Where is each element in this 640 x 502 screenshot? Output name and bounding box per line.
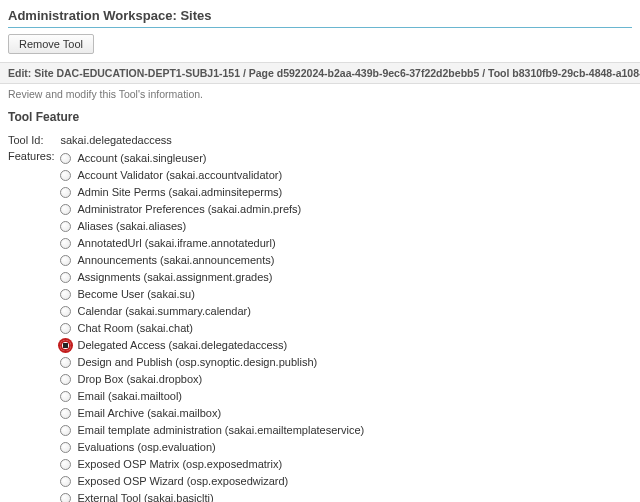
feature-radio[interactable] <box>60 476 71 487</box>
tool-id-value: sakai.delegatedaccess <box>60 132 370 148</box>
feature-row: AnnotatedUrl (sakai.iframe.annotatedurl) <box>60 235 364 251</box>
feature-radio[interactable] <box>60 170 71 181</box>
feature-radio[interactable] <box>60 357 71 368</box>
feature-row: Admin Site Perms (sakai.adminsiteperms) <box>60 184 364 200</box>
feature-row: Calendar (sakai.summary.calendar) <box>60 303 364 319</box>
feature-label: Announcements (sakai.announcements) <box>77 252 274 268</box>
feature-radio[interactable] <box>60 238 71 249</box>
feature-label: Account (sakai.singleuser) <box>77 150 206 166</box>
feature-label: Email template administration (sakai.ema… <box>77 422 364 438</box>
page-title: Administration Workspace: Sites <box>8 6 632 27</box>
remove-tool-button[interactable]: Remove Tool <box>8 34 94 54</box>
features-label: Features: <box>8 148 60 502</box>
instruction-text: Review and modify this Tool's informatio… <box>8 88 632 100</box>
feature-row: Exposed OSP Matrix (osp.exposedmatrix) <box>60 456 364 472</box>
feature-radio[interactable] <box>60 374 71 385</box>
feature-row: Email Archive (sakai.mailbox) <box>60 405 364 421</box>
feature-label: External Tool (sakai.basiclti) <box>77 490 213 502</box>
feature-row: Become User (sakai.su) <box>60 286 364 302</box>
feature-radio[interactable] <box>60 459 71 470</box>
feature-label: Design and Publish (osp.synoptic.design.… <box>77 354 317 370</box>
feature-label: Chat Room (sakai.chat) <box>77 320 193 336</box>
feature-row: Assignments (sakai.assignment.grades) <box>60 269 364 285</box>
feature-label: Delegated Access (sakai.delegatedaccess) <box>77 337 287 353</box>
feature-radio[interactable] <box>60 153 71 164</box>
feature-row: Evaluations (osp.evaluation) <box>60 439 364 455</box>
feature-radio[interactable] <box>60 391 71 402</box>
feature-label: Administrator Preferences (sakai.admin.p… <box>77 201 301 217</box>
feature-radio[interactable] <box>60 442 71 453</box>
feature-radio[interactable] <box>60 323 71 334</box>
feature-row: Announcements (sakai.announcements) <box>60 252 364 268</box>
feature-label: Assignments (sakai.assignment.grades) <box>77 269 272 285</box>
feature-label: Exposed OSP Matrix (osp.exposedmatrix) <box>77 456 282 472</box>
feature-label: AnnotatedUrl (sakai.iframe.annotatedurl) <box>77 235 275 251</box>
feature-row: Aliases (sakai.aliases) <box>60 218 364 234</box>
feature-label: Admin Site Perms (sakai.adminsiteperms) <box>77 184 282 200</box>
feature-label: Email Archive (sakai.mailbox) <box>77 405 221 421</box>
feature-radio[interactable] <box>60 408 71 419</box>
feature-label: Exposed OSP Wizard (osp.exposedwizard) <box>77 473 288 489</box>
feature-radio[interactable] <box>60 340 71 351</box>
feature-row: Delegated Access (sakai.delegatedaccess) <box>60 337 364 353</box>
breadcrumb: Edit: Site DAC-EDUCATION-DEPT1-SUBJ1-151… <box>0 62 640 84</box>
feature-radio[interactable] <box>60 306 71 317</box>
feature-row: Email (sakai.mailtool) <box>60 388 364 404</box>
feature-label: Aliases (sakai.aliases) <box>77 218 186 234</box>
feature-label: Email (sakai.mailtool) <box>77 388 182 404</box>
feature-radio[interactable] <box>60 425 71 436</box>
section-heading: Tool Feature <box>8 110 632 124</box>
feature-row: Email template administration (sakai.ema… <box>60 422 364 438</box>
feature-label: Evaluations (osp.evaluation) <box>77 439 215 455</box>
feature-row: External Tool (sakai.basiclti) <box>60 490 364 502</box>
feature-row: Exposed OSP Wizard (osp.exposedwizard) <box>60 473 364 489</box>
feature-label: Become User (sakai.su) <box>77 286 194 302</box>
feature-row: Administrator Preferences (sakai.admin.p… <box>60 201 364 217</box>
feature-radio[interactable] <box>60 204 71 215</box>
feature-radio[interactable] <box>60 272 71 283</box>
feature-row: Account (sakai.singleuser) <box>60 150 364 166</box>
feature-row: Account Validator (sakai.accountvalidato… <box>60 167 364 183</box>
tool-id-label: Tool Id: <box>8 132 60 148</box>
feature-radio[interactable] <box>60 289 71 300</box>
feature-radio[interactable] <box>60 255 71 266</box>
feature-radio[interactable] <box>60 493 71 503</box>
feature-row: Drop Box (sakai.dropbox) <box>60 371 364 387</box>
feature-label: Drop Box (sakai.dropbox) <box>77 371 202 387</box>
feature-label: Calendar (sakai.summary.calendar) <box>77 303 250 319</box>
title-divider <box>8 27 632 28</box>
feature-row: Chat Room (sakai.chat) <box>60 320 364 336</box>
feature-label: Account Validator (sakai.accountvalidato… <box>77 167 282 183</box>
feature-radio[interactable] <box>60 221 71 232</box>
feature-row: Design and Publish (osp.synoptic.design.… <box>60 354 364 370</box>
feature-radio[interactable] <box>60 187 71 198</box>
